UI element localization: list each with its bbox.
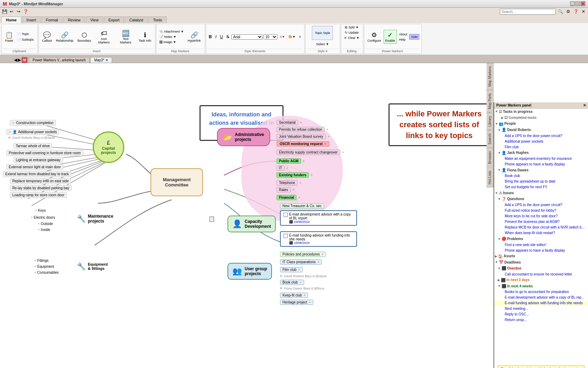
tasks-in-progress-section[interactable]: ▼ ☑ Tasks in progress: [494, 109, 588, 115]
people-section[interactable]: ▼ 👥 People: [494, 121, 588, 127]
assets-toggle[interactable]: ▶: [495, 254, 497, 259]
inside-topic[interactable]: + Inside: [38, 228, 50, 232]
tab-map3[interactable]: Map3* ✕: [90, 57, 112, 63]
in4weeks-section[interactable]: ▼ ⬛ In next 4 weeks: [494, 283, 588, 289]
issues-section[interactable]: ▼ ⚠ Issues: [494, 190, 588, 196]
jack-phone-link[interactable]: Phone appears to have a faulty display: [494, 162, 588, 167]
tasks-toggle[interactable]: ▼: [495, 109, 498, 114]
tab-view[interactable]: View: [86, 16, 103, 23]
oscr-topic[interactable]: OSCR monitoring request +: [276, 141, 329, 146]
tab-tools[interactable]: Tools: [148, 16, 167, 23]
issues-toggle[interactable]: ▼: [495, 191, 498, 196]
subtopic-button[interactable]: 📄 Subtopic: [16, 37, 35, 42]
relay-slabs-topic[interactable]: Re-lay slabs by disabled parking bay: [10, 185, 72, 191]
policies-topic[interactable]: Policies and procedures +: [280, 252, 326, 257]
jack-toggle[interactable]: ▼: [498, 151, 501, 155]
relationship-button[interactable]: 🔗 Relationship: [54, 30, 75, 44]
topic-style-button[interactable]: Topic Style: [310, 25, 335, 41]
central-node[interactable]: ManagementCommittee: [150, 168, 203, 196]
film-club-topic[interactable]: Film club +: [280, 267, 303, 272]
search-icon[interactable]: 🔍: [557, 8, 564, 15]
font-color-button[interactable]: A▼: [278, 34, 286, 39]
task2-checkbox[interactable]: [284, 234, 288, 238]
tab-export[interactable]: Export: [104, 16, 124, 23]
configure-button[interactable]: ⚙ Configure: [366, 30, 383, 44]
boundary-button[interactable]: ⬡ Boundary: [76, 30, 93, 44]
overdue-accountant-link[interactable]: Call accountant to ensure he received le…: [494, 272, 588, 277]
q-mcb-link[interactable]: Replace MCB for door circuit with a NVR …: [494, 225, 588, 230]
loading-ramp-topic[interactable]: Loading ramp for store room door: [10, 192, 67, 198]
email-dev-link[interactable]: E-mail development advisor with a copy o…: [494, 295, 588, 300]
pm-tree[interactable]: ▼ ☑ Tasks in progress ▶ ☑ Completed task…: [494, 109, 588, 368]
david-sockets-link[interactable]: Additional power sockets: [494, 139, 588, 144]
equipment-node[interactable]: 🔧 Equipment& fittings: [77, 262, 108, 271]
extend-tarmac-topic[interactable]: Extend tarmac from disabled bay to track: [3, 171, 71, 177]
underline-button[interactable]: U: [219, 34, 225, 40]
fiona-budgets-link[interactable]: Set out budgets for next FY: [494, 184, 588, 190]
in4weeks-toggle[interactable]: ▼: [498, 284, 501, 288]
task1-checkbox[interactable]: [284, 213, 288, 217]
hyperlink-button[interactable]: 🔗 Hyperlink: [186, 30, 203, 44]
in3days-toggle[interactable]: ▶: [498, 278, 500, 282]
assets-section[interactable]: ▶ 🏠 Assets: [494, 253, 588, 259]
deadlines-toggle[interactable]: ▼: [495, 260, 498, 265]
tab-home[interactable]: Home: [1, 16, 21, 23]
external-sensor-topic[interactable]: External sensor light at main door: [6, 164, 63, 170]
electricity-topic[interactable]: Electricity supply contract changeover +: [276, 150, 344, 154]
tab-review[interactable]: Review: [63, 16, 85, 23]
forward-button[interactable]: ▶: [18, 57, 21, 62]
bold-button[interactable]: B: [208, 34, 214, 40]
completed-tasks-section[interactable]: ▶ ☑ Completed tasks: [494, 115, 588, 121]
about-button[interactable]: About: [398, 32, 409, 37]
search-tab[interactable]: Search: [486, 130, 493, 148]
jack-hughes-section[interactable]: ▼ 👤 Jack Hughes: [494, 150, 588, 156]
jack-inventory-link[interactable]: Make an equipment inventory for insuranc…: [494, 156, 588, 162]
p-website-link[interactable]: Find a new web site editor!: [494, 242, 588, 248]
map-parts-tab[interactable]: Map Parts: [486, 90, 493, 113]
usergroup-node[interactable]: 👥 User groupprojects: [227, 263, 272, 280]
minimize-button[interactable]: _: [570, 1, 575, 6]
joint-valuation-topic[interactable]: Joint Valuation Board survey +: [276, 134, 329, 138]
maintenance-node[interactable]: 🔧 Maintenanceprojects: [77, 214, 113, 224]
map-markers-tab[interactable]: Map Markers: [486, 63, 493, 90]
tab-format[interactable]: Format: [41, 16, 63, 23]
keys-topic[interactable]: + Keys: [35, 209, 46, 212]
david-toggle[interactable]: ▼: [498, 128, 501, 132]
back-button[interactable]: ◀: [14, 57, 17, 62]
telephone-topic[interactable]: Telephone +: [276, 180, 301, 185]
tab-power-markers[interactable]: Power Markers V...arketing launch: [29, 57, 90, 63]
reply-osc-link[interactable]: Reply to OSC...: [494, 312, 588, 317]
q-business-link[interactable]: Present the business plan at AGM?: [494, 219, 588, 225]
close-button[interactable]: ✕: [581, 1, 585, 6]
fittings-topic[interactable]: + Fittings: [34, 259, 49, 263]
hot-lists-tab[interactable]: Hot Lists: [486, 168, 493, 188]
p-phone-link[interactable]: Phone appears to have a faulty display: [494, 248, 588, 253]
fiona-spreadsheet-link[interactable]: Bring the spreadsheet up to date: [494, 179, 588, 184]
financial-topic[interactable]: Financial +: [276, 195, 300, 199]
paste-button[interactable]: 📋 Paste: [3, 30, 15, 44]
people-toggle[interactable]: ▼: [495, 122, 498, 126]
construction-topic[interactable]: + Construction completion: [10, 120, 56, 126]
questions-toggle[interactable]: ▼: [498, 197, 501, 202]
font-family-select[interactable]: Arial: [231, 34, 263, 40]
task-info-button[interactable]: ℹ Task Info: [137, 30, 153, 44]
q-ups-link[interactable]: Add a UPS to the door power circuit?: [494, 202, 588, 208]
topic-button[interactable]: 📄 Topic: [16, 32, 35, 36]
split-button[interactable]: ⊞ Split ▼: [343, 25, 360, 30]
task1-box[interactable]: E-mail development advisor with a copy o…: [280, 210, 357, 226]
email-funding-link[interactable]: E-mail funding advisor with funding info…: [494, 300, 588, 306]
window-controls[interactable]: _ □ ✕: [570, 1, 585, 6]
new-treasurer-topic[interactable]: New Treasurer & Co. sec: [280, 203, 324, 209]
public-agm-topic[interactable]: Public AGM +: [276, 159, 305, 163]
fiona-toggle[interactable]: ▼: [498, 168, 501, 172]
tab-catalyst[interactable]: Catalyst: [125, 16, 148, 23]
settings-button[interactable]: ⚙: [565, 8, 571, 15]
help-qat-button[interactable]: ❓: [22, 8, 29, 15]
q-keepfit-link[interactable]: When does keep-fit club restart?: [494, 230, 588, 236]
attachment-button[interactable]: 📎 Attachment ▼: [158, 29, 185, 34]
books-accountant-link[interactable]: Books to go to accountant for preparatio…: [494, 289, 588, 295]
admin-node[interactable]: 📂 Administrativeprojects: [217, 128, 270, 146]
heritage-topic[interactable]: Heritage project +: [280, 300, 313, 305]
select-button[interactable]: Select ▼: [315, 42, 330, 47]
replace-temporary-topic[interactable]: Replace temporary infill on east side: [10, 178, 71, 184]
